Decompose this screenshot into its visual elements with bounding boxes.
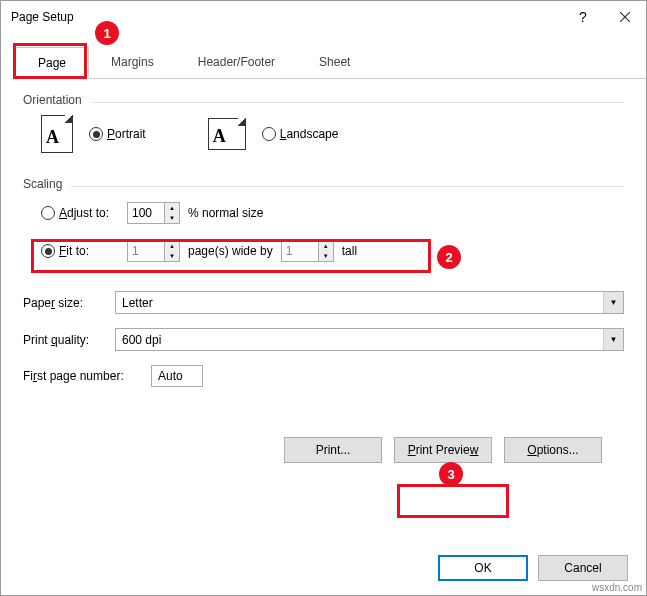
radio-portrait[interactable]: Portrait — [89, 127, 146, 141]
spin-down-icon[interactable]: ▼ — [165, 213, 179, 223]
watermark: wsxdn.com — [592, 582, 642, 593]
options-button[interactable]: Options... — [504, 437, 602, 463]
adjust-suffix: % normal size — [188, 206, 263, 220]
dialog-title: Page Setup — [11, 10, 562, 24]
annotation-box — [397, 484, 509, 518]
tab-margins[interactable]: Margins — [89, 47, 176, 78]
scaling-label: Scaling — [23, 177, 624, 191]
adjust-spinner[interactable]: ▲▼ — [127, 202, 180, 224]
spin-up-icon[interactable]: ▲ — [165, 203, 179, 213]
radio-dot-icon — [89, 127, 103, 141]
radio-fit-to[interactable]: Fit to: — [41, 244, 119, 258]
orientation-label: Orientation — [23, 93, 624, 107]
close-button[interactable] — [604, 2, 646, 32]
fit-mid-label: page(s) wide by — [188, 244, 273, 258]
spin-up-icon[interactable]: ▲ — [319, 241, 333, 251]
adjust-input[interactable] — [128, 203, 164, 223]
portrait-icon: A — [41, 115, 73, 153]
spin-up-icon[interactable]: ▲ — [165, 241, 179, 251]
tab-page[interactable]: Page — [15, 47, 89, 79]
radio-landscape[interactable]: Landscape — [262, 127, 339, 141]
radio-adjust-to[interactable]: Adjust to: — [41, 206, 119, 220]
fit-tall-input[interactable] — [282, 241, 318, 261]
annotation-badge: 2 — [437, 245, 461, 269]
annotation-badge: 3 — [439, 462, 463, 486]
print-quality-select[interactable]: 600 dpi ▼ — [115, 328, 624, 351]
radio-icon — [41, 206, 55, 220]
fit-wide-input[interactable] — [128, 241, 164, 261]
chevron-down-icon: ▼ — [603, 292, 623, 313]
cancel-button[interactable]: Cancel — [538, 555, 628, 581]
fit-tall-spinner[interactable]: ▲▼ — [281, 240, 334, 262]
first-page-label: First page number: — [23, 369, 141, 383]
tab-header-footer[interactable]: Header/Footer — [176, 47, 297, 78]
chevron-down-icon: ▼ — [603, 329, 623, 350]
ok-button[interactable]: OK — [438, 555, 528, 581]
tab-sheet[interactable]: Sheet — [297, 47, 372, 78]
help-button[interactable]: ? — [562, 2, 604, 32]
fit-suffix: tall — [342, 244, 357, 258]
radio-icon — [262, 127, 276, 141]
radio-dot-icon — [41, 244, 55, 258]
print-quality-label: Print quality: — [23, 333, 105, 347]
fit-wide-spinner[interactable]: ▲▼ — [127, 240, 180, 262]
annotation-badge: 1 — [95, 21, 119, 45]
first-page-input[interactable] — [151, 365, 203, 387]
spin-down-icon[interactable]: ▼ — [319, 251, 333, 261]
tab-bar: Page Margins Header/Footer Sheet — [15, 47, 646, 79]
print-preview-button[interactable]: Print Preview — [394, 437, 492, 463]
landscape-icon: A — [208, 118, 246, 150]
print-button[interactable]: Print... — [284, 437, 382, 463]
spin-down-icon[interactable]: ▼ — [165, 251, 179, 261]
paper-size-select[interactable]: Letter ▼ — [115, 291, 624, 314]
paper-size-label: Paper size: — [23, 296, 105, 310]
